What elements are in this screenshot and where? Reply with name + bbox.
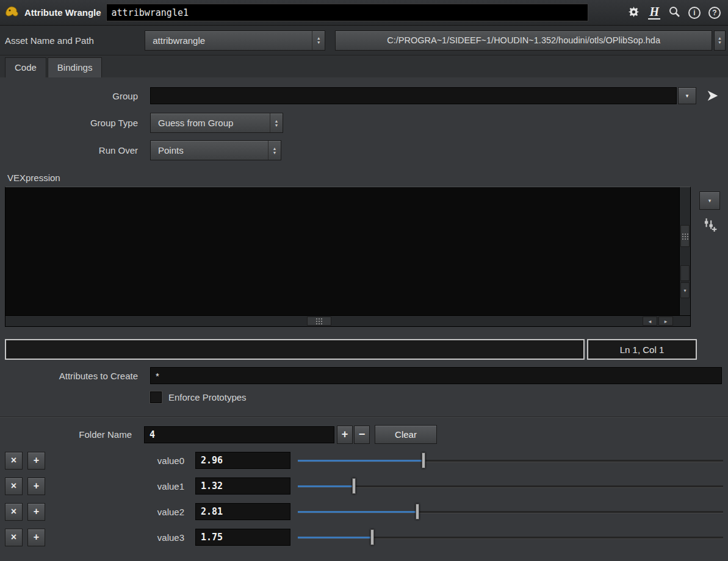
tab-strip: Code Bindings: [0, 55, 728, 77]
multiparm-clear-button[interactable]: Clear: [375, 425, 437, 444]
scrollbar-page-button[interactable]: [680, 265, 690, 281]
chevron-right-icon: ▸: [665, 318, 668, 324]
multiparm-row: × + value2 2.81: [5, 502, 723, 521]
tab-bindings[interactable]: Bindings: [48, 57, 103, 77]
grip-dots-icon: [315, 318, 322, 324]
group-label: Group: [5, 91, 138, 101]
spinner-arrows-icon[interactable]: ▲▼: [270, 113, 283, 132]
editor-horizontal-scrollbar[interactable]: ◂ ▸: [5, 316, 691, 327]
spinner-arrows-icon[interactable]: ▲▼: [268, 141, 281, 160]
group-menu-button[interactable]: ▾: [678, 87, 696, 104]
value-input[interactable]: 1.75: [195, 529, 290, 546]
multiparm-count-input[interactable]: 4: [144, 426, 334, 443]
slider-handle[interactable]: [352, 478, 356, 494]
scroll-right-button[interactable]: ▸: [658, 316, 673, 326]
spinner-arrows-icon[interactable]: ▲▼: [312, 31, 325, 50]
multiparm-row: × + value3 1.75: [5, 528, 723, 546]
multiparm-row: × + value1 1.32: [5, 477, 723, 495]
value-slider[interactable]: [298, 503, 723, 520]
group-input[interactable]: [150, 87, 677, 104]
node-name-input[interactable]: [106, 4, 588, 21]
scroll-down-button[interactable]: ▾: [680, 282, 690, 298]
slider-fill: [298, 537, 372, 538]
gear-icon[interactable]: [627, 5, 640, 20]
slider-handle[interactable]: [422, 452, 425, 468]
value-input[interactable]: 2.96: [195, 452, 290, 469]
group-type-label: Group Type: [5, 118, 138, 128]
slider-fill: [298, 511, 417, 513]
insert-instance-button[interactable]: +: [27, 477, 45, 495]
chevron-down-icon: ▾: [708, 198, 712, 204]
attributes-to-create-input[interactable]: *: [150, 367, 722, 384]
create-spare-parameters-icon[interactable]: [702, 217, 718, 235]
value-label: value3: [45, 532, 184, 543]
scroll-left-button[interactable]: ◂: [643, 316, 657, 326]
section-divider: [0, 416, 728, 418]
editor-status-bar: Ln 1, Col 1: [5, 339, 697, 360]
slider-track[interactable]: [298, 485, 723, 487]
enforce-prototypes-label: Enforce Prototypes: [168, 392, 247, 402]
multiparm-row: × + value0 2.96: [5, 451, 723, 470]
asset-name-path-label: Asset Name and Path: [2, 35, 140, 46]
value-label: value0: [45, 456, 184, 466]
cursor-position-box: Ln 1, Col 1: [587, 339, 697, 360]
horizontal-scrollbar-thumb[interactable]: [307, 316, 331, 326]
value-label: value1: [45, 481, 184, 491]
wrangle-node-icon: [4, 4, 20, 21]
slider-handle[interactable]: [416, 504, 419, 520]
multiparm-remove-button[interactable]: −: [354, 426, 370, 444]
run-over-label: Run Over: [5, 145, 138, 155]
help-icon[interactable]: ?: [708, 7, 721, 19]
slider-fill: [298, 485, 354, 487]
remove-instance-button[interactable]: ×: [5, 452, 23, 470]
slider-fill: [298, 460, 423, 462]
title-bar: Attribute Wrangle H i ?: [0, 0, 728, 26]
editor-vertical-scrollbar[interactable]: ▾: [679, 187, 690, 315]
value-slider[interactable]: [298, 477, 723, 495]
run-over-dropdown[interactable]: Points ▲▼: [150, 140, 281, 160]
enforce-prototypes-checkbox[interactable]: [150, 391, 162, 403]
insert-instance-button[interactable]: +: [27, 452, 45, 470]
status-message-box: [5, 339, 585, 360]
select-arrow-icon[interactable]: [702, 89, 723, 102]
folder-name-label: Folder Name: [5, 429, 132, 440]
value-input[interactable]: 2.81: [195, 503, 290, 520]
chevron-down-icon: ▾: [683, 288, 686, 293]
vexpression-label: VEXpression: [7, 173, 728, 183]
snippet-presets-button[interactable]: ▾: [699, 191, 720, 210]
asset-path-dropdown[interactable]: C:/PROGRA~1/SIDEEF~1/HOUDIN~1.352/houdin…: [335, 30, 712, 51]
asset-path-spinner[interactable]: ▲▼: [714, 30, 726, 51]
chevron-down-icon: ▾: [686, 93, 689, 99]
asset-row: Asset Name and Path attribwrangle ▲▼ C:/…: [0, 26, 728, 55]
vertical-scrollbar-thumb[interactable]: [680, 225, 690, 247]
insert-instance-button[interactable]: +: [27, 529, 45, 546]
remove-instance-button[interactable]: ×: [5, 503, 23, 521]
tab-code[interactable]: Code: [5, 57, 46, 77]
remove-instance-button[interactable]: ×: [5, 529, 23, 546]
attributes-to-create-label: Attributes to Create: [5, 371, 138, 381]
info-icon[interactable]: i: [688, 7, 701, 19]
group-type-dropdown[interactable]: Guess from Group ▲▼: [150, 113, 283, 133]
asset-name-dropdown[interactable]: attribwrangle ▲▼: [145, 30, 325, 51]
houdini-logo-icon[interactable]: H: [648, 5, 660, 20]
value-label: value2: [45, 507, 184, 517]
grip-dots-icon: [682, 233, 688, 240]
value-slider[interactable]: [298, 529, 723, 546]
multiparm-add-button[interactable]: +: [337, 426, 353, 444]
search-icon[interactable]: [668, 5, 680, 20]
remove-instance-button[interactable]: ×: [5, 477, 23, 495]
chevron-left-icon: ◂: [649, 318, 652, 324]
vex-code-editor[interactable]: ▾: [5, 187, 691, 316]
value-slider[interactable]: [298, 452, 723, 469]
node-type-title: Attribute Wrangle: [24, 7, 101, 18]
insert-instance-button[interactable]: +: [27, 503, 45, 521]
slider-handle[interactable]: [370, 529, 374, 545]
value-input[interactable]: 1.32: [195, 477, 290, 495]
